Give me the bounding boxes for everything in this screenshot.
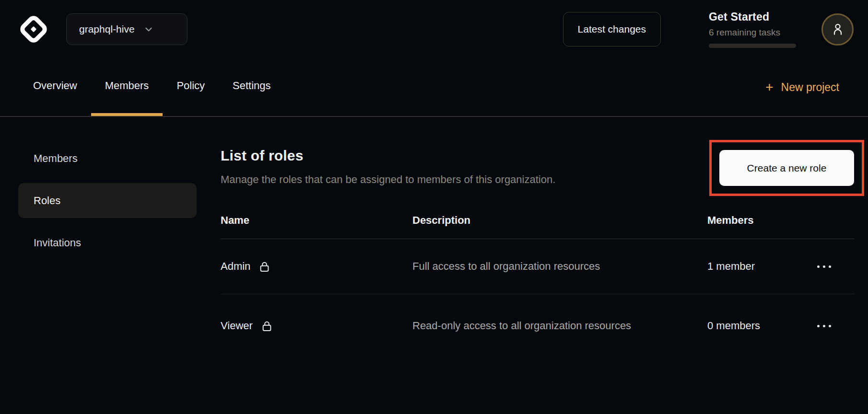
table-row: Viewer Read-only access to all organizat… <box>221 294 855 357</box>
chevron-down-icon <box>143 24 154 34</box>
latest-changes-button[interactable]: Latest changes <box>563 12 661 46</box>
user-avatar[interactable] <box>821 13 854 46</box>
tab-settings[interactable]: Settings <box>219 58 285 116</box>
tabbar-spacer <box>285 58 766 116</box>
roles-header-text: List of roles Manage the roles that can … <box>221 148 555 186</box>
tab-policy[interactable]: Policy <box>163 58 219 116</box>
person-icon <box>831 22 845 36</box>
role-name: Viewer <box>221 320 253 332</box>
get-started-widget[interactable]: Get Started 6 remaining tasks <box>709 11 798 48</box>
organization-selector[interactable]: graphql-hive <box>66 13 188 45</box>
roles-header: List of roles Manage the roles that can … <box>221 148 855 196</box>
page-content: Members Roles Invitations List of roles … <box>0 117 868 357</box>
annotation-highlight-box: Create a new role <box>709 140 864 196</box>
sidebar-item-invitations[interactable]: Invitations <box>18 225 197 260</box>
role-description: Read-only access to all organization res… <box>412 318 707 334</box>
get-started-title: Get Started <box>709 11 798 23</box>
roles-table: Name Description Members Admin Full acce… <box>221 214 855 357</box>
create-new-role-button[interactable]: Create a new role <box>719 150 854 186</box>
get-started-subtitle: 6 remaining tasks <box>709 27 798 38</box>
column-header-name: Name <box>221 214 412 227</box>
tab-overview[interactable]: Overview <box>19 58 91 116</box>
column-header-members: Members <box>707 214 816 227</box>
role-name-cell: Viewer <box>221 320 412 333</box>
table-row: Admin Full access to all organization re… <box>221 239 855 294</box>
page-title: List of roles <box>221 148 555 164</box>
role-name: Admin <box>221 260 250 273</box>
role-name-cell: Admin <box>221 260 412 273</box>
role-members-count: 0 members <box>707 320 816 332</box>
org-tab-bar: Overview Members Policy Settings + New p… <box>0 58 868 117</box>
lock-icon <box>260 320 273 333</box>
new-project-label: New project <box>781 81 839 94</box>
sidebar-item-roles[interactable]: Roles <box>18 183 197 218</box>
role-actions-cell <box>816 320 855 332</box>
role-actions-cell <box>816 261 855 273</box>
page-subtitle: Manage the roles that can be assigned to… <box>221 173 555 186</box>
members-sidebar: Members Roles Invitations <box>18 141 197 260</box>
table-header-row: Name Description Members <box>221 214 855 239</box>
new-project-button[interactable]: + New project <box>765 58 839 116</box>
top-header: graphql-hive Latest changes Get Started … <box>0 0 868 58</box>
lock-icon <box>258 260 271 273</box>
plus-icon: + <box>765 80 773 94</box>
tab-members[interactable]: Members <box>91 58 163 116</box>
hive-logo-icon[interactable] <box>18 13 49 46</box>
row-menu-button[interactable] <box>816 261 832 273</box>
get-started-progress-bar <box>709 44 796 48</box>
roles-main-panel: List of roles Manage the roles that can … <box>221 117 855 357</box>
sidebar-item-members[interactable]: Members <box>18 141 197 176</box>
row-menu-button[interactable] <box>816 320 832 332</box>
role-description: Full access to all organization resource… <box>412 258 707 275</box>
role-members-count: 1 member <box>707 260 816 273</box>
organization-name: graphql-hive <box>79 23 135 35</box>
column-header-description: Description <box>412 214 707 227</box>
